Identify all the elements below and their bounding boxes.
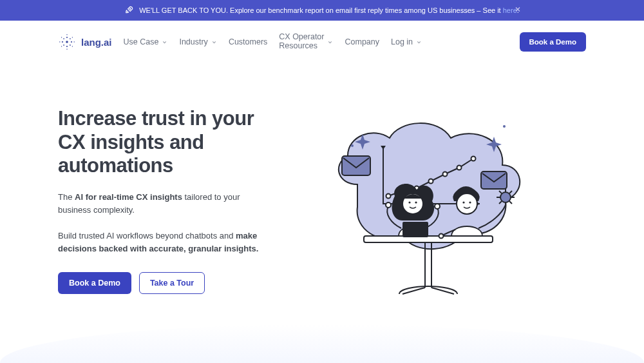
svg-point-48 [439, 234, 444, 239]
svg-point-37 [462, 201, 464, 203]
rocket-icon [125, 5, 134, 15]
hero-cta-row: Book a Demo Take a Tour [58, 272, 270, 294]
svg-point-11 [66, 49, 67, 50]
main-nav: Use Case Industry Customers CX Operator … [124, 33, 511, 51]
svg-rect-21 [481, 172, 507, 189]
svg-point-4 [62, 41, 63, 43]
svg-point-25 [429, 179, 433, 184]
logo[interactable]: lang.ai [58, 33, 112, 51]
hero-section: Increase trust in your CX insights and a… [0, 61, 644, 309]
svg-point-3 [66, 46, 68, 47]
nav-login[interactable]: Log in [391, 37, 422, 46]
svg-point-15 [72, 37, 73, 37]
svg-point-18 [351, 144, 354, 147]
svg-point-0 [130, 8, 131, 9]
svg-point-38 [469, 201, 471, 203]
svg-point-26 [443, 172, 448, 177]
hero-paragraph-2: Build trusted AI workflows beyond chatbo… [58, 230, 270, 255]
svg-rect-20 [342, 156, 370, 175]
svg-point-14 [61, 37, 62, 37]
svg-point-19 [503, 125, 506, 128]
svg-point-33 [386, 202, 391, 208]
chevron-down-icon [162, 39, 167, 45]
svg-rect-29 [364, 236, 493, 242]
svg-point-31 [408, 201, 410, 203]
nav-wrap: lang.ai Use Case Industry Customers CX O… [58, 32, 586, 52]
announcement-banner: WE'LL GET BACK TO YOU. Explore our bench… [0, 0, 644, 21]
banner-text: WE'LL GET BACK TO YOU. Explore our bench… [139, 6, 519, 14]
logo-text: lang.ai [81, 37, 112, 48]
chevron-down-icon [416, 39, 422, 45]
svg-point-1 [66, 41, 68, 43]
svg-point-17 [72, 46, 73, 46]
svg-point-12 [59, 41, 60, 42]
nav-industry[interactable]: Industry [179, 37, 216, 46]
hero-copy: Increase trust in your CX insights and a… [58, 107, 270, 309]
hero-take-tour-button[interactable]: Take a Tour [139, 272, 205, 294]
svg-point-16 [61, 46, 62, 46]
svg-point-22 [386, 194, 391, 199]
svg-point-27 [457, 166, 462, 170]
nav-company[interactable]: Company [345, 37, 379, 46]
hero-paragraph-1: The AI for real-time CX insights tailore… [58, 191, 270, 217]
svg-point-9 [70, 44, 71, 46]
footer-wave [0, 324, 644, 363]
svg-point-8 [63, 44, 64, 46]
svg-point-13 [74, 41, 75, 42]
banner-content: WE'LL GET BACK TO YOU. Explore our bench… [125, 5, 519, 15]
hero-title: Increase trust in your CX insights and a… [58, 107, 270, 178]
svg-point-36 [457, 193, 477, 214]
site-header: lang.ai Use Case Industry Customers CX O… [0, 21, 644, 61]
svg-point-2 [66, 37, 68, 38]
nav-cx-operator-resources[interactable]: CX Operator Resources [279, 33, 333, 51]
hero-book-demo-button[interactable]: Book a Demo [58, 272, 131, 294]
chevron-down-icon [211, 39, 217, 45]
svg-point-32 [415, 201, 417, 203]
hero-inner: Increase trust in your CX insights and a… [58, 107, 586, 309]
svg-point-34 [435, 204, 440, 209]
logo-icon [58, 33, 76, 51]
svg-point-5 [71, 41, 72, 43]
chevron-down-icon [327, 39, 333, 45]
svg-point-7 [70, 38, 71, 39]
svg-point-28 [471, 157, 476, 161]
svg-line-47 [509, 201, 512, 204]
svg-point-10 [66, 34, 67, 35]
hero-illustration-wrap [270, 107, 586, 309]
nav-customers[interactable]: Customers [229, 37, 267, 46]
book-demo-button[interactable]: Book a Demo [520, 32, 587, 52]
close-icon[interactable] [514, 6, 522, 15]
nav-use-case[interactable]: Use Case [124, 37, 168, 46]
svg-point-39 [500, 192, 511, 202]
svg-point-6 [63, 38, 64, 39]
hero-illustration [312, 101, 544, 309]
svg-rect-35 [402, 222, 428, 237]
